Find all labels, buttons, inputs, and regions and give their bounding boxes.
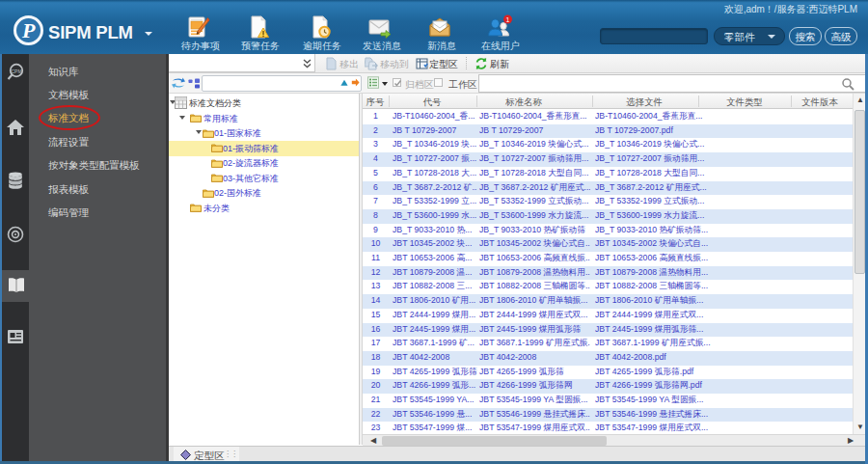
- svg-text:1: 1: [506, 16, 510, 23]
- svg-text:CPM: CPM: [11, 68, 21, 74]
